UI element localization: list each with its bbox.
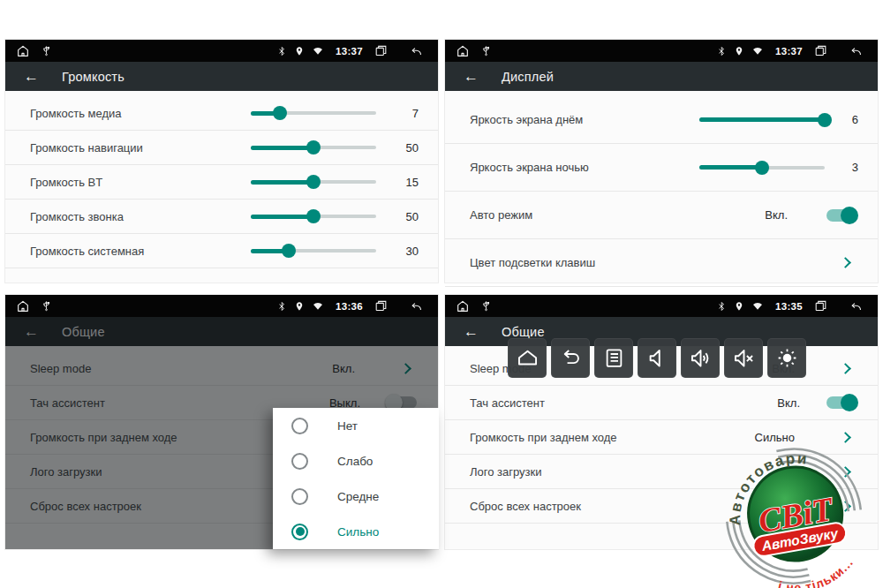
usb-icon bbox=[41, 299, 52, 313]
setting-row-reverse-volume[interactable]: Громкость при заднем ходе Сильно bbox=[445, 420, 878, 455]
quickbar-home-button[interactable] bbox=[508, 338, 547, 378]
setting-row-touch-assistant[interactable]: Тач ассистент Вкл. bbox=[445, 386, 878, 420]
title-bar: ← Громкость bbox=[5, 62, 438, 91]
slider-thumb[interactable] bbox=[306, 175, 321, 189]
radio-button[interactable] bbox=[291, 488, 308, 505]
nav-volume-slider[interactable] bbox=[251, 140, 376, 155]
quick-controls-bar bbox=[508, 338, 806, 378]
setting-label: Сброс всех настроек bbox=[470, 500, 581, 513]
setting-label: Яркость экрана ночью bbox=[470, 161, 589, 174]
setting-row-system-volume[interactable]: Громкость системная 30 bbox=[5, 234, 438, 268]
title-bar: ← Дисплей bbox=[445, 62, 878, 91]
bt-volume-slider[interactable] bbox=[251, 175, 376, 189]
home-icon[interactable] bbox=[456, 299, 470, 313]
dialog-option-strong[interactable]: Сильно bbox=[273, 514, 439, 549]
radio-button[interactable] bbox=[291, 418, 308, 434]
day-brightness-slider[interactable] bbox=[699, 113, 825, 127]
setting-label: Тач ассистент bbox=[470, 396, 545, 410]
auto-mode-toggle[interactable] bbox=[826, 209, 857, 222]
touch-assistant-toggle[interactable] bbox=[826, 396, 857, 409]
home-icon[interactable] bbox=[456, 44, 470, 58]
setting-row-boot-logo[interactable]: Лого загрузки bbox=[445, 455, 878, 489]
setting-value: Сильно bbox=[755, 431, 795, 444]
setting-row-key-backlight[interactable]: Цвет подсветки клавиш bbox=[445, 239, 878, 287]
quickbar-mute-button[interactable] bbox=[724, 338, 763, 378]
home-icon[interactable] bbox=[16, 299, 30, 313]
chevron-right-icon bbox=[840, 432, 851, 443]
svg-text:і не тільки...: і не тільки... bbox=[773, 554, 860, 588]
quickbar-volume-down-button[interactable] bbox=[638, 338, 676, 378]
bluetooth-icon bbox=[716, 45, 727, 57]
home-icon[interactable] bbox=[16, 44, 30, 58]
radio-button[interactable] bbox=[291, 453, 308, 470]
bluetooth-icon bbox=[276, 300, 287, 313]
status-bar: 13:35 bbox=[445, 295, 878, 317]
slider-thumb[interactable] bbox=[282, 244, 296, 258]
setting-value: 6 bbox=[837, 113, 858, 126]
page-title: Громкость bbox=[62, 70, 125, 84]
usb-icon bbox=[480, 299, 492, 313]
dialog-option-medium[interactable]: Средне bbox=[273, 479, 439, 514]
status-bar: 13:37 bbox=[445, 40, 878, 62]
back-arrow-icon[interactable]: ← bbox=[464, 324, 479, 339]
reverse-volume-dialog: Нет Слабо Средне Сильно bbox=[273, 408, 439, 549]
back-arrow-icon[interactable]: ← bbox=[24, 69, 39, 84]
setting-value: 30 bbox=[389, 245, 419, 258]
setting-label: Громкость звонка bbox=[30, 210, 124, 223]
usb-icon bbox=[41, 44, 52, 57]
chevron-right-icon bbox=[840, 257, 851, 268]
slider-thumb[interactable] bbox=[306, 140, 321, 155]
option-label: Слабо bbox=[337, 455, 373, 468]
setting-label: Громкость системная bbox=[30, 245, 144, 258]
quickbar-volume-up-button[interactable] bbox=[681, 338, 720, 378]
setting-value: Вкл. bbox=[765, 208, 788, 222]
setting-row-media-volume[interactable]: Громкость медиа 7 bbox=[5, 96, 438, 131]
recents-icon[interactable] bbox=[814, 44, 827, 57]
back-nav-icon[interactable] bbox=[849, 299, 864, 313]
slider-thumb[interactable] bbox=[306, 209, 321, 223]
setting-row-ring-volume[interactable]: Громкость звонка 50 bbox=[5, 200, 438, 234]
setting-row-reset-all[interactable]: Сброс всех настроек bbox=[445, 489, 878, 524]
chevron-right-icon bbox=[840, 363, 851, 374]
recents-icon[interactable] bbox=[374, 44, 388, 57]
dialog-option-none[interactable]: Нет bbox=[273, 408, 439, 443]
ring-volume-slider[interactable] bbox=[251, 209, 376, 223]
setting-label: Цвет подсветки клавиш bbox=[470, 256, 595, 269]
back-nav-icon[interactable] bbox=[409, 299, 424, 313]
quickbar-brightness-button[interactable] bbox=[767, 338, 806, 378]
chevron-right-icon bbox=[840, 466, 851, 478]
night-brightness-slider[interactable] bbox=[699, 161, 825, 175]
volume-settings-panel: 13:37 ← Громкость Громкость медиа 7 Гром… bbox=[4, 39, 439, 283]
setting-label: Лого загрузки bbox=[470, 465, 542, 479]
status-clock: 13:37 bbox=[775, 46, 803, 57]
quickbar-list-button[interactable] bbox=[594, 338, 633, 378]
setting-row-nav-volume[interactable]: Громкость навигации 50 bbox=[5, 131, 438, 165]
radio-button[interactable] bbox=[291, 524, 308, 540]
setting-row-night-brightness[interactable]: Яркость экрана ночью 3 bbox=[445, 144, 878, 192]
recents-icon[interactable] bbox=[374, 299, 388, 313]
back-arrow-icon[interactable]: ← bbox=[464, 69, 479, 84]
page-title: Общие bbox=[502, 325, 545, 339]
status-clock: 13:35 bbox=[775, 301, 803, 312]
back-nav-icon[interactable] bbox=[409, 44, 424, 57]
recents-icon[interactable] bbox=[814, 299, 827, 313]
setting-row-day-brightness[interactable]: Яркость экрана днём 6 bbox=[445, 96, 878, 144]
slider-thumb[interactable] bbox=[818, 113, 832, 127]
setting-value: 15 bbox=[389, 176, 419, 189]
wifi-icon bbox=[312, 300, 324, 312]
setting-value: 7 bbox=[389, 107, 419, 120]
chevron-right-icon bbox=[840, 501, 851, 512]
setting-label: Громкость медиа bbox=[30, 107, 122, 120]
dialog-option-weak[interactable]: Слабо bbox=[273, 443, 439, 479]
setting-row-auto-mode[interactable]: Авто режим Вкл. bbox=[445, 192, 878, 239]
setting-row-bt-volume[interactable]: Громкость BT 15 bbox=[5, 165, 438, 200]
general-settings-panel: 13:35 ← Общие Sleep mode Вкл. Тач ассист… bbox=[444, 294, 879, 550]
media-volume-slider[interactable] bbox=[251, 106, 376, 120]
system-volume-slider[interactable] bbox=[251, 244, 376, 258]
quickbar-back-button[interactable] bbox=[551, 338, 590, 378]
slider-thumb[interactable] bbox=[273, 106, 287, 120]
wifi-icon bbox=[751, 45, 764, 57]
slider-thumb[interactable] bbox=[755, 161, 769, 175]
option-label: Сильно bbox=[337, 525, 379, 539]
back-nav-icon[interactable] bbox=[849, 44, 864, 57]
